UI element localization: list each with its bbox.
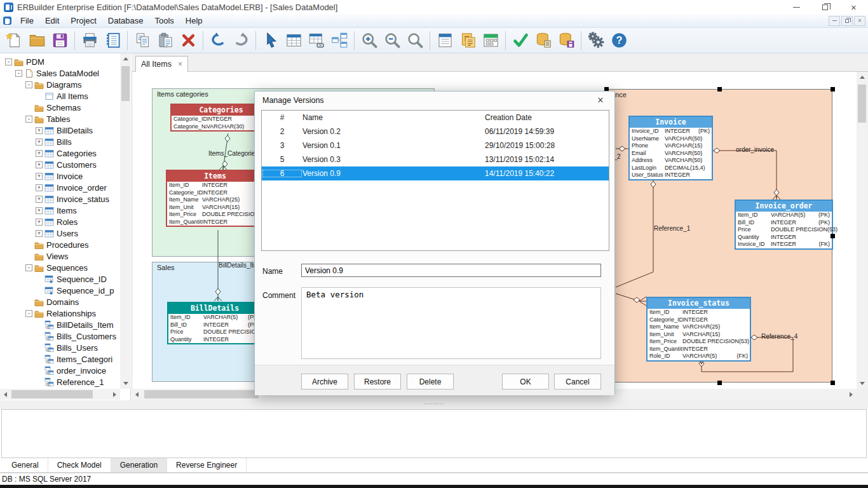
versions-list[interactable]: #NameCreation Date2Version 0.206/11/2019… xyxy=(261,110,609,251)
version-row-version-0-2[interactable]: 2Version 0.206/11/2019 14:59:39 xyxy=(262,125,609,139)
tree-item-invoice[interactable]: +Invoice xyxy=(0,170,120,182)
scroll-up-icon[interactable] xyxy=(857,72,867,83)
tree-toggle-icon[interactable]: - xyxy=(25,310,32,317)
selection-handle[interactable] xyxy=(717,87,722,92)
tree-item-items[interactable]: +Items xyxy=(0,205,120,216)
version-row-version-0-3[interactable]: 5Version 0.313/11/2019 15:02:14 xyxy=(262,152,609,166)
version-row-version-0-1[interactable]: 3Version 0.129/10/2019 15:00:28 xyxy=(262,139,609,152)
print-icon[interactable] xyxy=(78,30,101,51)
tree-toggle-icon[interactable]: + xyxy=(36,196,43,203)
tree-item-order-invoice[interactable]: order_invoice xyxy=(0,365,120,376)
restore-button[interactable] xyxy=(811,0,839,14)
dialog-title-bar[interactable]: Manage Versions × xyxy=(255,92,614,109)
menu-file[interactable]: File xyxy=(15,14,39,28)
entity-billdetails[interactable]: BillDetailsItem_IDVARCHAR(5)(PK)Bill_IDI… xyxy=(167,302,262,344)
version-name-input[interactable] xyxy=(301,264,601,277)
selection-handle[interactable] xyxy=(831,87,835,92)
tab-close-icon[interactable]: × xyxy=(178,60,182,69)
dialog-close-icon[interactable]: × xyxy=(594,95,607,106)
tree-toggle-icon[interactable]: + xyxy=(36,230,43,237)
settings-icon[interactable] xyxy=(585,30,607,51)
new-table-icon[interactable] xyxy=(282,30,305,51)
tab-check-model[interactable]: Check Model xyxy=(48,458,111,472)
database-script-icon[interactable] xyxy=(532,30,555,51)
delete-button[interactable]: Delete xyxy=(407,374,454,390)
tree-item-reference-1[interactable]: Reference_1 xyxy=(0,376,120,388)
tree-item-schemas[interactable]: Schemas xyxy=(0,102,120,113)
minimize-button[interactable] xyxy=(782,0,811,14)
entity-invoice_order[interactable]: Invoice_orderItem_IDVARCHAR(5)(PK)Bill_I… xyxy=(735,200,833,250)
tree-item-tables[interactable]: -Tables xyxy=(0,113,120,125)
tree-item-categories[interactable]: +Categories xyxy=(0,147,120,159)
ok-button[interactable]: OK xyxy=(502,374,549,390)
database-save-icon[interactable] xyxy=(555,30,578,51)
tree-toggle-icon[interactable]: - xyxy=(25,116,32,123)
menu-tools[interactable]: Tools xyxy=(149,14,179,28)
print-preview-icon[interactable] xyxy=(101,30,124,51)
zoom-out-icon[interactable] xyxy=(381,30,403,51)
data-browse-icon[interactable] xyxy=(479,30,502,51)
tree-item-bills-customers[interactable]: Bills_Customers xyxy=(0,330,120,342)
open-folder-icon[interactable] xyxy=(25,30,48,51)
tree-item-sequences[interactable]: -Sequences xyxy=(0,262,120,273)
tree-item-bills[interactable]: +Bills xyxy=(0,136,120,147)
comment-textarea[interactable]: Beta version xyxy=(301,287,601,359)
tree-item-invoice-order[interactable]: +Invoice_order xyxy=(0,182,120,193)
table-link-icon[interactable] xyxy=(305,30,328,51)
zoom-icon[interactable] xyxy=(403,30,426,51)
help-icon[interactable]: ? xyxy=(607,30,630,51)
tree-toggle-icon[interactable]: + xyxy=(36,173,43,180)
tree-toggle-icon[interactable]: - xyxy=(25,264,32,271)
tree-toggle-icon[interactable]: + xyxy=(36,150,43,157)
tree-item-views[interactable]: Views xyxy=(0,250,120,262)
tree-item-billdetails-item[interactable]: BillDetails_Item xyxy=(0,319,120,330)
tree-item-procedures[interactable]: Procedures xyxy=(0,239,120,250)
entity-invoice_status[interactable]: Invoice_statusItem_IDINTEGERCategorie_ID… xyxy=(646,297,751,362)
zoom-in-icon[interactable] xyxy=(358,30,381,51)
check-model-icon[interactable] xyxy=(509,30,532,51)
menu-database[interactable]: Database xyxy=(102,14,149,28)
model-diagram-icon[interactable] xyxy=(328,30,351,51)
scroll-right-icon[interactable] xyxy=(846,389,857,400)
tree-item-sequence-id-p[interactable]: Sequence_id_p xyxy=(0,285,120,296)
save-icon[interactable] xyxy=(48,30,71,51)
redo-icon[interactable] xyxy=(229,30,252,51)
scroll-left-icon[interactable] xyxy=(0,389,11,400)
archive-button[interactable]: Archive xyxy=(301,374,348,390)
selection-handle[interactable] xyxy=(831,381,835,385)
report-icon[interactable] xyxy=(456,30,479,51)
pointer-icon[interactable] xyxy=(259,30,282,51)
scroll-down-icon[interactable] xyxy=(857,378,867,389)
tree-toggle-icon[interactable]: + xyxy=(36,161,43,168)
tree-toggle-icon[interactable]: - xyxy=(5,58,12,65)
tree-toggle-icon[interactable]: - xyxy=(25,81,32,88)
tab-reverse-engineer[interactable]: Reverse Engineer xyxy=(167,458,247,472)
tree-item-items-categori[interactable]: Items_Categori xyxy=(0,353,120,365)
tree-item-customers[interactable]: +Customers xyxy=(0,159,120,170)
tree-toggle-icon[interactable]: + xyxy=(36,139,43,146)
menu-help[interactable]: Help xyxy=(180,14,208,28)
undo-icon[interactable] xyxy=(207,30,229,51)
version-row-version-0-9[interactable]: 6Version 0.914/11/2019 15:40:22 xyxy=(262,166,609,180)
copy-icon[interactable] xyxy=(131,30,154,51)
tab-generation[interactable]: Generation xyxy=(111,458,167,472)
tree-item-domains[interactable]: Domains xyxy=(0,296,120,308)
canvas-vertical-scrollbar[interactable] xyxy=(857,72,867,389)
tree-item-invoice-status[interactable]: +Invoice_status xyxy=(0,193,120,205)
tree-item-diagrams[interactable]: -Diagrams xyxy=(0,79,120,90)
tree-item-sales-datamodel[interactable]: -Sales DataModel xyxy=(0,67,120,79)
tree-item-users[interactable]: +Users xyxy=(0,227,120,239)
selection-handle[interactable] xyxy=(717,381,722,385)
tree-item-pdm[interactable]: -PDM xyxy=(0,56,120,67)
tree-item-bills-users[interactable]: Bills_Users xyxy=(0,342,120,353)
tree-toggle-icon[interactable]: + xyxy=(36,207,43,214)
delete-icon[interactable] xyxy=(177,30,200,51)
scroll-up-icon[interactable] xyxy=(120,53,131,64)
close-button[interactable]: × xyxy=(839,0,868,14)
tree-toggle-icon[interactable]: + xyxy=(36,127,43,134)
selection-handle[interactable] xyxy=(831,234,835,238)
tree-toggle-icon[interactable]: + xyxy=(36,219,43,226)
menu-project[interactable]: Project xyxy=(65,14,102,28)
entity-items[interactable]: ItemsItem_IDINTEGERCategorie_IDINTEGERIt… xyxy=(166,170,264,227)
scroll-down-icon[interactable] xyxy=(120,378,131,389)
